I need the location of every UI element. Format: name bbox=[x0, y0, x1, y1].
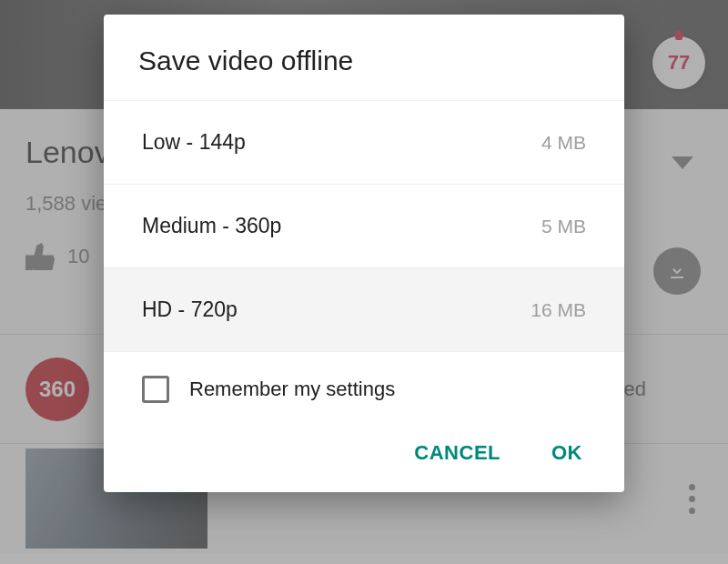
cancel-button[interactable]: CANCEL bbox=[414, 441, 500, 465]
quality-option-size: 16 MB bbox=[531, 299, 586, 321]
quality-option-label: HD - 720p bbox=[142, 297, 238, 322]
save-offline-dialog: Save video offline Low - 144p 4 MB Mediu… bbox=[104, 15, 624, 492]
dialog-title: Save video offline bbox=[104, 15, 624, 100]
quality-option-medium[interactable]: Medium - 360p 5 MB bbox=[104, 184, 624, 267]
quality-option-label: Medium - 360p bbox=[142, 214, 281, 238]
ok-button[interactable]: OK bbox=[551, 441, 582, 465]
remember-row: Remember my settings bbox=[104, 351, 624, 419]
quality-option-size: 5 MB bbox=[541, 216, 586, 237]
quality-option-hd[interactable]: HD - 720p 16 MB bbox=[104, 267, 624, 351]
quality-option-low[interactable]: Low - 144p 4 MB bbox=[104, 100, 624, 184]
quality-option-label: Low - 144p bbox=[142, 130, 246, 155]
remember-checkbox[interactable] bbox=[142, 376, 169, 403]
dialog-actions: CANCEL OK bbox=[104, 419, 624, 492]
remember-label: Remember my settings bbox=[189, 378, 395, 401]
quality-option-size: 4 MB bbox=[541, 132, 586, 154]
